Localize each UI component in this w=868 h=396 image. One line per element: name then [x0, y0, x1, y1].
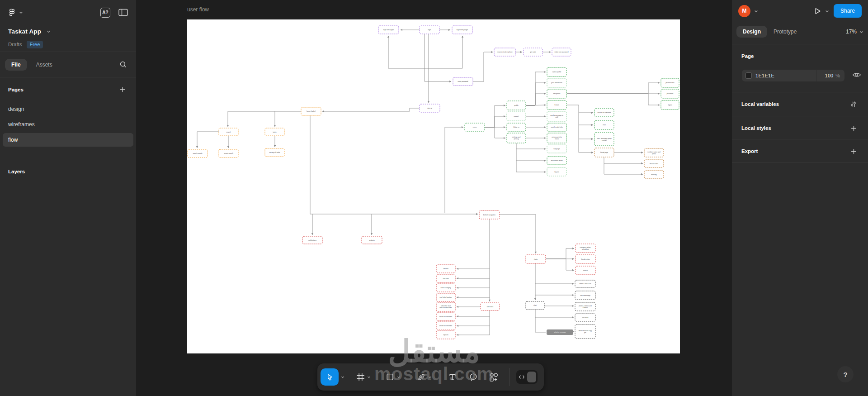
- flow-node[interactable]: category: online,unread etc: [576, 244, 595, 253]
- flow-node[interactable]: password: [661, 89, 679, 98]
- plus-icon[interactable]: [851, 148, 857, 154]
- flow-node[interactable]: login with google: [452, 26, 472, 34]
- flow-node[interactable]: login: [420, 26, 439, 34]
- color-hex-value[interactable]: 1E1E1E: [755, 73, 774, 78]
- drafts-label[interactable]: Drafts: [8, 42, 22, 47]
- flow-node[interactable]: social media links: [547, 123, 566, 131]
- zoom-control[interactable]: 17%: [846, 29, 863, 35]
- avatar[interactable]: M: [738, 5, 750, 17]
- flow-node[interactable]: number, name andphoto: [644, 148, 664, 157]
- flow-node[interactable]: settings andprivacy: [507, 133, 526, 143]
- chevron-down-icon[interactable]: [428, 375, 432, 379]
- flow-node[interactable]: switch profile: [547, 67, 566, 76]
- eye-visible-icon[interactable]: [852, 72, 861, 78]
- flow-node[interactable]: new : message groupcontact: [594, 133, 614, 146]
- actions-search-icon[interactable]: A?: [100, 8, 110, 18]
- help-button[interactable]: ?: [837, 366, 854, 382]
- flow-node[interactable]: bottom navigation: [479, 210, 500, 219]
- canvas-frame[interactable]: login with appleloginlogin with googlech…: [187, 19, 680, 353]
- chevron-down-icon[interactable]: [341, 375, 344, 379]
- flow-node[interactable]: select category: [436, 284, 455, 292]
- flow-node[interactable]: select a message: [547, 329, 573, 335]
- flow-node[interactable]: logout: [661, 100, 679, 110]
- flow-node[interactable]: delete forward copypin: [575, 324, 595, 339]
- flow-node[interactable]: on/off the reminder: [436, 322, 455, 330]
- share-button[interactable]: Share: [834, 4, 862, 18]
- tab-design[interactable]: Design: [736, 26, 767, 38]
- flow-node[interactable]: tasks: [265, 128, 284, 136]
- flow-node[interactable]: recent search: [219, 149, 238, 157]
- flow-node[interactable]: notifications: [302, 236, 322, 244]
- pen-tool[interactable]: [417, 373, 425, 381]
- flow-node[interactable]: add title: [436, 265, 455, 273]
- flow-node[interactable]: get code: [524, 48, 542, 56]
- actions-tool[interactable]: [489, 372, 498, 382]
- frame-title[interactable]: user flow: [187, 6, 209, 13]
- chevron-down-icon[interactable]: [754, 9, 758, 13]
- flow-node[interactable]: repeats: [436, 331, 455, 339]
- flow-node[interactable]: privacy activitystatus: [547, 133, 566, 143]
- chevron-down-icon[interactable]: [367, 375, 371, 379]
- search-icon[interactable]: [119, 61, 127, 68]
- panel-toggle-icon[interactable]: [118, 9, 128, 16]
- flow-node[interactable]: profile: [507, 101, 526, 110]
- sidebar-page-wireframes[interactable]: wireframes: [3, 118, 133, 131]
- sliders-icon[interactable]: [850, 101, 857, 108]
- chevron-down-icon[interactable]: [825, 9, 829, 13]
- flow-node[interactable]: sign up: [420, 104, 440, 112]
- flow-node[interactable]: search for someone: [594, 109, 614, 117]
- flow-node[interactable]: choose email or phone: [494, 48, 515, 56]
- flow-node[interactable]: send a message tostaff: [547, 111, 566, 121]
- flow-node[interactable]: dark&white mode: [547, 157, 566, 165]
- flow-node[interactable]: can link a location: [436, 293, 455, 301]
- flow-node[interactable]: see my all tasks: [265, 148, 284, 157]
- flow-node[interactable]: add tasks: [481, 303, 500, 310]
- flow-node[interactable]: chat: [594, 120, 614, 129]
- dev-mode-toggle[interactable]: [516, 370, 538, 384]
- flow-node[interactable]: login with apple: [378, 26, 399, 34]
- flow-node[interactable]: language: [547, 145, 566, 153]
- flow-node[interactable]: add note: [436, 275, 455, 282]
- flow-node[interactable]: voice message: [575, 291, 595, 300]
- flow-node[interactable]: friend page: [594, 148, 614, 157]
- flow-node[interactable]: select the starttime and end time: [436, 302, 455, 311]
- flow-node[interactable]: follow us: [507, 123, 526, 131]
- flow-node[interactable]: friends: [547, 100, 566, 110]
- tab-assets[interactable]: Assets: [30, 59, 59, 71]
- flow-node[interactable]: booking: [644, 171, 664, 178]
- flow-node[interactable]: support: [507, 112, 526, 121]
- present-play-icon[interactable]: [814, 7, 821, 15]
- text-tool[interactable]: [448, 373, 457, 381]
- comment-tool[interactable]: [469, 373, 477, 381]
- tab-file[interactable]: File: [5, 59, 27, 71]
- figma-logo-icon[interactable]: [8, 9, 16, 16]
- flow-node[interactable]: photo&name: [661, 78, 679, 87]
- page-color-input[interactable]: 1E1E1E 100 %: [742, 70, 844, 81]
- tab-prototype[interactable]: Prototype: [767, 26, 803, 38]
- opacity-value[interactable]: 100: [825, 73, 833, 78]
- chevron-down-icon[interactable]: [19, 10, 23, 14]
- flow-node[interactable]: analysis: [362, 236, 382, 244]
- flow-node[interactable]: mutual tasks: [644, 160, 664, 167]
- move-tool[interactable]: [321, 368, 339, 386]
- sidebar-page-flow[interactable]: flow: [3, 133, 133, 147]
- flow-node[interactable]: make new password: [552, 48, 571, 56]
- frame-tool[interactable]: [356, 373, 365, 382]
- chevron-down-icon[interactable]: [397, 375, 401, 379]
- file-title[interactable]: Taskat App: [8, 28, 41, 35]
- flow-node[interactable]: search results: [188, 149, 208, 157]
- sidebar-page-design[interactable]: design: [3, 102, 133, 116]
- plus-icon[interactable]: [851, 125, 857, 131]
- flow-node[interactable]: friends chats: [576, 255, 595, 263]
- flow-node[interactable]: log out: [547, 167, 566, 176]
- chevron-down-icon[interactable]: [47, 29, 51, 33]
- flow-node[interactable]: search: [576, 266, 595, 275]
- flow-node[interactable]: chat: [526, 301, 544, 310]
- flow-node[interactable]: on/off the reminder: [436, 313, 455, 320]
- flow-node[interactable]: your information: [547, 78, 566, 87]
- shape-tool[interactable]: [386, 373, 394, 381]
- flow-node[interactable]: reset password: [453, 77, 473, 86]
- flow-node[interactable]: photos, videos andcamera: [575, 302, 595, 311]
- flow-node[interactable]: edit profile: [547, 89, 566, 98]
- flow-node[interactable]: last seen: [575, 314, 595, 321]
